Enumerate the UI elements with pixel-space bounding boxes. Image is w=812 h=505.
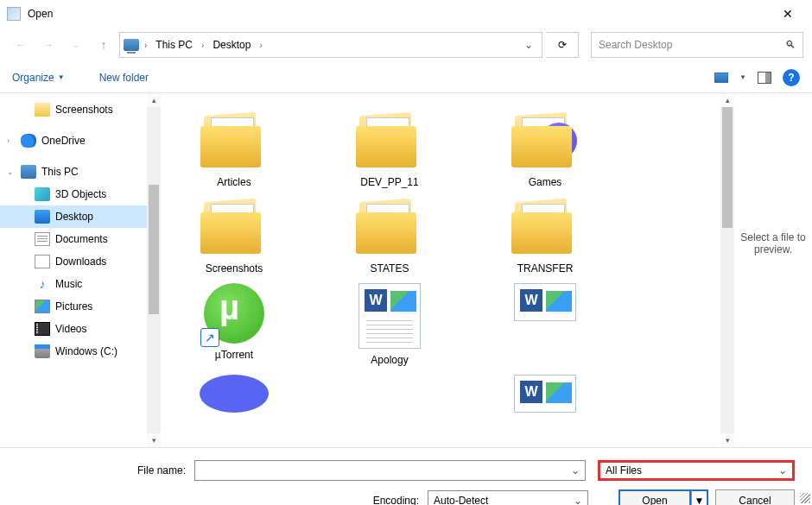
- scroll-down-button[interactable]: ▾: [720, 433, 734, 447]
- tree-label: Windows (C:): [55, 345, 117, 357]
- file-label: Articles: [217, 176, 251, 188]
- folder-articles[interactable]: Articles: [169, 110, 299, 188]
- filename-dropdown[interactable]: ⌄: [571, 464, 580, 477]
- search-icon: 🔍︎: [785, 39, 796, 51]
- tree-item-screenshots[interactable]: Screenshots: [0, 98, 161, 121]
- nav-forward-button[interactable]: →: [36, 33, 60, 57]
- chevron-right-icon[interactable]: ›: [143, 41, 149, 50]
- shortcut-arrow-icon: ↗: [200, 328, 219, 347]
- tree-label: Pictures: [55, 300, 92, 312]
- file-label: Games: [529, 176, 562, 188]
- address-bar[interactable]: › This PC › Desktop › ⌄: [119, 32, 542, 58]
- tree-label: Downloads: [55, 256, 106, 268]
- chevron-right-icon[interactable]: ›: [257, 41, 263, 50]
- tree-label: OneDrive: [41, 135, 86, 147]
- pc-icon: [124, 39, 139, 51]
- open-split-button[interactable]: ▼: [691, 489, 708, 505]
- nav-recent-dropdown[interactable]: ⌄: [64, 33, 88, 57]
- organize-label: Organize: [12, 72, 54, 84]
- tree-item-onedrive[interactable]: ›OneDrive: [0, 129, 161, 152]
- file-apology[interactable]: W Apology: [325, 283, 454, 366]
- folder-states[interactable]: STATES: [325, 197, 454, 275]
- chevron-right-icon[interactable]: ›: [7, 136, 10, 145]
- breadcrumb-desktop[interactable]: Desktop: [209, 37, 254, 53]
- music-icon: ♪: [35, 277, 50, 291]
- tree-item-documents[interactable]: Documents: [0, 228, 161, 250]
- folder-icon: [35, 103, 50, 117]
- desktop-icon: [35, 210, 50, 224]
- tree-item-drive-c[interactable]: Windows (C:): [0, 340, 161, 363]
- folder-dev-pp-11[interactable]: DEV_PP_11: [325, 110, 454, 188]
- chevron-down-icon[interactable]: ⌄: [7, 167, 14, 176]
- preview-pane-button[interactable]: [755, 69, 774, 86]
- encoding-dropdown[interactable]: Auto-Detect ⌄: [428, 490, 588, 505]
- view-mode-button[interactable]: [712, 69, 731, 86]
- downloads-icon: [35, 255, 50, 268]
- folder-icon: [506, 197, 584, 257]
- file-grid[interactable]: Articles DEV_PP_11 Games Screenshots STA…: [161, 93, 720, 447]
- chevron-down-icon: ▼: [58, 73, 65, 81]
- drive-icon: [35, 344, 50, 358]
- close-button[interactable]: ✕: [771, 2, 805, 26]
- nav-back-button[interactable]: ←: [9, 33, 33, 57]
- folder-transfer[interactable]: TRANSFER: [480, 197, 610, 275]
- address-dropdown[interactable]: ⌄: [519, 39, 538, 51]
- navigation-tree[interactable]: Screenshots ›OneDrive ⌄This PC 3D Object…: [0, 93, 161, 447]
- scroll-up-button[interactable]: ▴: [720, 93, 734, 107]
- scroll-up-button[interactable]: ▴: [147, 93, 161, 107]
- new-folder-label: New folder: [99, 72, 149, 84]
- grid-scrollbar[interactable]: ▴ ▾: [720, 93, 734, 447]
- scroll-thumb[interactable]: [722, 107, 733, 228]
- tree-item-videos[interactable]: Videos: [0, 318, 161, 340]
- tree-item-3dobjects[interactable]: 3D Objects: [0, 183, 161, 205]
- discord-icon: [200, 375, 269, 413]
- resize-grip[interactable]: [800, 493, 810, 503]
- folder-games[interactable]: Games: [480, 110, 610, 188]
- folder-icon: [195, 110, 273, 171]
- encoding-value: Auto-Detect: [434, 495, 488, 505]
- shortcut-utorrent[interactable]: ↗ µTorrent: [169, 283, 299, 366]
- file-label: TRANSFER: [517, 262, 574, 275]
- tree-item-thispc[interactable]: ⌄This PC: [0, 161, 161, 183]
- tree-label: 3D Objects: [55, 188, 106, 200]
- cancel-button[interactable]: Cancel: [715, 489, 795, 505]
- open-button[interactable]: Open: [619, 489, 691, 505]
- filetype-value: All Files: [606, 464, 642, 477]
- scroll-down-button[interactable]: ▾: [147, 433, 161, 447]
- scroll-track[interactable]: [720, 228, 734, 433]
- tree-item-desktop[interactable]: Desktop: [0, 205, 161, 228]
- nav-up-button[interactable]: ↑: [92, 33, 116, 57]
- file-label: Screenshots: [206, 262, 263, 275]
- search-input[interactable]: Search Desktop 🔍︎: [591, 32, 803, 58]
- pane-icon: [758, 72, 771, 84]
- word-doc-icon: W: [514, 283, 576, 321]
- file-partial-2[interactable]: [169, 375, 299, 413]
- breadcrumb-thispc[interactable]: This PC: [152, 37, 196, 53]
- organize-button[interactable]: Organize ▼: [12, 72, 65, 84]
- tree-item-downloads[interactable]: Downloads: [0, 250, 161, 273]
- pc-icon: [21, 165, 36, 179]
- refresh-button[interactable]: ⟳: [546, 32, 579, 58]
- tree-item-music[interactable]: ♪Music: [0, 273, 161, 295]
- folder-icon: [195, 197, 273, 257]
- filename-input[interactable]: ⌄: [194, 460, 586, 481]
- chevron-down-icon: ⌄: [778, 464, 787, 477]
- file-partial-1[interactable]: W: [480, 283, 610, 366]
- window-title: Open: [28, 8, 771, 20]
- view-mode-dropdown[interactable]: ▼: [739, 73, 746, 81]
- filetype-dropdown[interactable]: All Files ⌄: [598, 460, 795, 481]
- scroll-thumb[interactable]: [149, 185, 159, 314]
- cancel-label: Cancel: [739, 495, 771, 505]
- body: Screenshots ›OneDrive ⌄This PC 3D Object…: [0, 93, 812, 447]
- tree-item-pictures[interactable]: Pictures: [0, 295, 161, 318]
- chevron-down-icon: ⌄: [574, 495, 582, 505]
- tree-label: Screenshots: [55, 104, 113, 116]
- file-partial-4[interactable]: W: [480, 375, 610, 413]
- word-doc-icon: W: [514, 375, 576, 413]
- folder-screenshots[interactable]: Screenshots: [169, 197, 299, 275]
- new-folder-button[interactable]: New folder: [99, 72, 149, 84]
- tree-scrollbar[interactable]: ▴ ▾: [147, 93, 161, 447]
- help-button[interactable]: ?: [783, 69, 800, 86]
- tree-label: Videos: [55, 323, 86, 335]
- chevron-right-icon[interactable]: ›: [200, 41, 206, 50]
